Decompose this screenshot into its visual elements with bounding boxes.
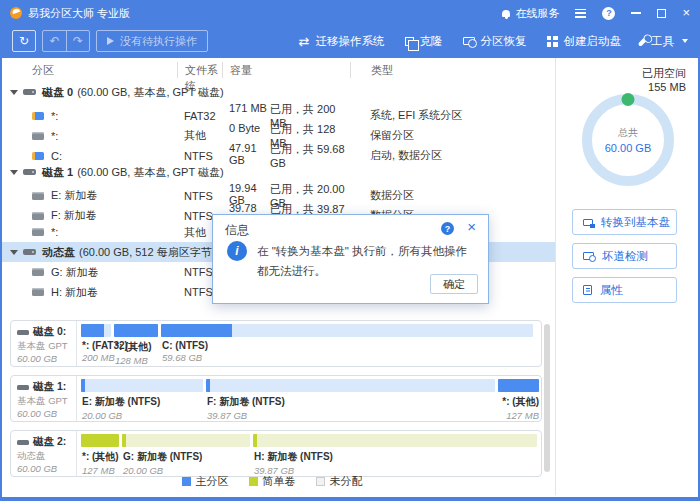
partition-icon — [32, 288, 44, 296]
chevron-down-icon — [682, 39, 688, 43]
titlebar: 易我分区大师 专业版 在线服务 ? × — [2, 2, 698, 24]
scrollbar-thumb[interactable] — [544, 324, 550, 472]
collapse-chevron-icon[interactable] — [10, 90, 18, 95]
partition-block[interactable]: H: 新加卷 (NTFS) 39.87 GB — [253, 434, 537, 476]
partition-block[interactable]: G: 新加卷 (NTFS) 20.00 GB — [122, 434, 250, 476]
disk-size: 60.00 GB — [17, 353, 76, 364]
total-label: 总共 — [618, 126, 638, 140]
online-service-label: 在线服务 — [515, 6, 559, 21]
app-title: 易我分区大师 专业版 — [28, 6, 130, 21]
filesystem-cell: NTFS — [177, 150, 222, 162]
used-space-label: 已用空间 — [642, 66, 686, 80]
sidebar-action-button[interactable]: 属性 — [572, 277, 677, 303]
disk-icon — [17, 385, 29, 390]
disk-detail: (60.00 GB, 基本盘, GPT 磁盘) — [77, 85, 224, 100]
disk-card[interactable]: 磁盘 1: 基本盘 GPT 60.00 GB E: 新加卷 (NTFS) 20.… — [10, 375, 542, 422]
ok-button[interactable]: 确定 — [430, 274, 478, 294]
minimize-button[interactable] — [631, 12, 641, 14]
info-dialog: 信息 ? × i 在 "转换为基本盘" 执行前，所有其他操作都无法进行。 确定 — [212, 214, 489, 304]
info-icon: i — [227, 241, 247, 261]
disk-group-row[interactable]: 磁盘 1 (60.00 GB, 基本盘, GPT 磁盘) — [2, 162, 555, 182]
partition-name: *: — [51, 130, 58, 142]
partition-block[interactable]: *: (其他) 127 MB — [498, 379, 539, 421]
help-icon[interactable]: ? — [602, 7, 615, 20]
disk-group-row[interactable]: 磁盘 0 (60.00 GB, 基本盘, GPT 磁盘) — [2, 82, 555, 102]
partition-block-size: 39.87 GB — [207, 410, 285, 421]
close-button[interactable]: × — [682, 8, 690, 18]
disk-kind: 动态盘 — [17, 450, 76, 463]
partition-block-label: H: 新加卷 (NTFS) — [254, 450, 333, 464]
partition-block[interactable]: *: (其他) 128 MB — [114, 324, 158, 366]
app-window: 易我分区大师 专业版 在线服务 ? × ↻ ↶ ↷ 没有待执行操作 ⇄ 迁移操 — [0, 0, 700, 501]
sidebar-action-button[interactable]: 坏道检测 — [572, 243, 677, 269]
collapse-chevron-icon[interactable] — [10, 250, 18, 255]
dialog-close-icon[interactable]: × — [467, 219, 476, 235]
type-cell: 系统, EFI 系统分区 — [350, 108, 555, 123]
collapse-chevron-icon[interactable] — [10, 170, 18, 175]
bad-sector-icon — [583, 252, 594, 260]
pending-operations-button[interactable]: 没有待执行操作 — [96, 30, 208, 52]
tools-menu-button[interactable]: 工具 — [641, 34, 688, 49]
disk-card-label: 磁盘 2: 动态盘 60.00 GB — [11, 431, 77, 476]
disk-card-label: 磁盘 0: 基本盘 GPT 60.00 GB — [11, 321, 77, 366]
partition-block-label: F: 新加卷 (NTFS) — [207, 395, 285, 409]
refresh-button[interactable]: ↻ — [12, 30, 36, 52]
filesystem-cell: FAT32 — [177, 110, 222, 122]
partition-block-label: E: 新加卷 (NTFS) — [82, 395, 160, 409]
partition-recovery-button[interactable]: 分区恢复 — [463, 34, 527, 49]
partition-block-size: 128 MB — [115, 355, 152, 366]
toolbar: ↻ ↶ ↷ 没有待执行操作 ⇄ 迁移操作系统 克隆 分区恢复 创建启 — [2, 24, 698, 58]
partition-block[interactable]: E: 新加卷 (NTFS) 20.00 GB — [81, 379, 203, 421]
disk-icon — [23, 169, 36, 175]
partition-name: *: — [51, 226, 58, 238]
disk-kind: 基本盘 GPT — [17, 395, 76, 408]
tools-label: 工具 — [651, 34, 674, 49]
partition-row[interactable]: *: FAT32 171 MB 已用，共 200 MB 系统, EFI 系统分区 — [2, 102, 555, 122]
partition-row[interactable]: *: 其他 0 Byte 已用，共 128 MB 保留分区 — [2, 122, 555, 142]
disk-size: 60.00 GB — [17, 463, 76, 474]
menu-icon[interactable] — [575, 9, 586, 18]
partition-name: F: 新加卷 — [51, 208, 97, 223]
create-boot-disk-button[interactable]: 创建启动盘 — [547, 34, 622, 49]
partition-block-label: *: (其他) — [115, 340, 152, 354]
partition-block[interactable]: F: 新加卷 (NTFS) 39.87 GB — [206, 379, 495, 421]
redo-button[interactable]: ↷ — [66, 31, 89, 51]
used-fill — [81, 379, 85, 392]
boot-disk-label: 创建启动盘 — [564, 34, 622, 49]
partition-block-label: C: (NTFS) — [162, 340, 208, 351]
online-service-button[interactable]: 在线服务 — [502, 6, 559, 21]
dialog-help-icon[interactable]: ? — [441, 222, 454, 235]
clone-button[interactable]: 克隆 — [405, 34, 443, 49]
partition-block[interactable]: C: (NTFS) 59.68 GB — [161, 324, 533, 366]
capacity-donut-chart: 总共 60.00 GB — [582, 94, 674, 186]
disk-icon — [17, 330, 29, 335]
legend-item: 简单卷 — [249, 474, 296, 489]
partition-row[interactable]: C: NTFS 47.91 GB 已用，共 59.68 GB 启动, 数据分区 — [2, 142, 555, 162]
disk-map: 磁盘 0: 基本盘 GPT 60.00 GB *: (FAT32) 200 MB… — [2, 304, 555, 495]
pending-operations-label: 没有待执行操作 — [120, 34, 197, 49]
disk-card[interactable]: 磁盘 2: 动态盘 60.00 GB *: (其他) 127 MB G: 新加卷… — [10, 430, 542, 477]
disk-label: 磁盘 0 — [42, 85, 73, 100]
partition-block[interactable]: *: (FAT32) 200 MB — [81, 324, 111, 366]
sidebar-action-button[interactable]: 转换到基本盘 — [572, 209, 677, 235]
wrench-icon — [638, 36, 649, 47]
disk-kind: 基本盘 GPT — [17, 340, 76, 353]
legend-item: 未分配 — [316, 474, 363, 489]
disk-icon — [23, 89, 36, 95]
clone-label: 克隆 — [420, 34, 443, 49]
used-space-block: 已用空间 155 MB — [642, 66, 686, 94]
boot-disk-icon — [547, 36, 558, 47]
maximize-button[interactable] — [657, 9, 666, 18]
disk-card[interactable]: 磁盘 0: 基本盘 GPT 60.00 GB *: (FAT32) 200 MB… — [10, 320, 542, 367]
type-cell: 数据分区 — [350, 188, 555, 203]
undo-button[interactable]: ↶ — [43, 31, 66, 51]
partition-icon — [32, 268, 44, 276]
partition-icon — [32, 152, 44, 160]
partition-block[interactable]: *: (其他) 127 MB — [81, 434, 119, 476]
partition-name: C: — [51, 150, 62, 162]
disk-name: 磁盘 1: — [33, 380, 66, 394]
sidebar: 已用空间 155 MB 总共 60.00 GB 转换到基本盘 坏道检测 属性 — [555, 58, 698, 495]
migrate-os-button[interactable]: ⇄ 迁移操作系统 — [299, 34, 385, 49]
undo-redo-group: ↶ ↷ — [42, 30, 90, 52]
partition-row[interactable]: E: 新加卷 NTFS 19.94 GB 已用，共 20.00 GB 数据分区 — [2, 182, 555, 202]
